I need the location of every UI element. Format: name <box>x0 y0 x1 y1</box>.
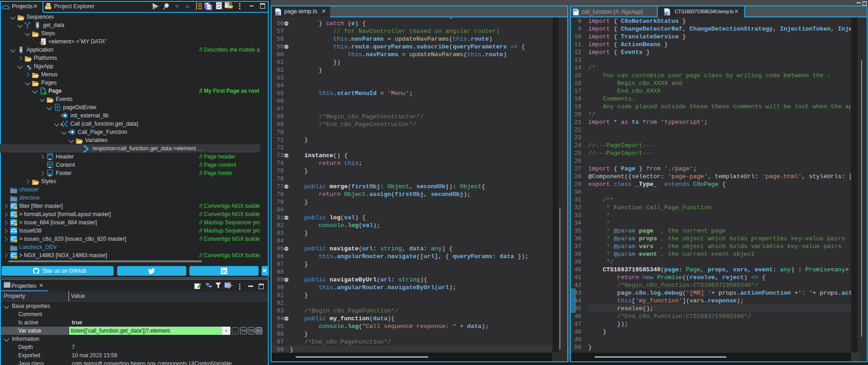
svg-text:TS: TS <box>665 12 669 15</box>
svg-text:TS: TS <box>276 12 280 15</box>
svg-text:HTM: HTM <box>573 9 577 11</box>
